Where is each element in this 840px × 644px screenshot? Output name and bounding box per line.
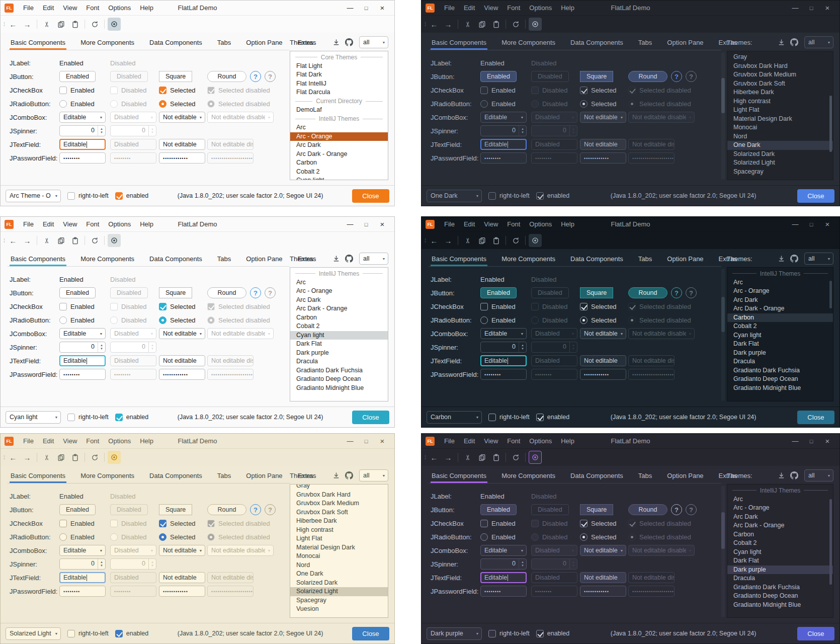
close-window-button[interactable]: × <box>374 434 390 449</box>
enabled-button[interactable]: Enabled <box>59 287 96 298</box>
tab-option-pane[interactable]: Option Pane <box>666 468 704 483</box>
maximize-button[interactable]: □ <box>803 217 819 232</box>
close-button[interactable]: Close <box>797 189 834 203</box>
github-link-button[interactable] <box>345 471 353 479</box>
theme-filter-combobox[interactable]: all▼ <box>359 36 388 48</box>
maximize-button[interactable]: □ <box>358 1 374 16</box>
theme-list-item[interactable]: Gradianto Dark Fuchsia <box>727 366 833 375</box>
theme-list-item[interactable]: Dark purple <box>727 566 833 575</box>
radio-selected[interactable]: Selected <box>159 316 196 324</box>
radio-enabled[interactable]: Enabled <box>480 316 516 324</box>
checkbox-enabled[interactable]: Enabled <box>59 520 95 527</box>
theme-list-item[interactable]: Hiberbee Dark <box>290 517 388 526</box>
theme-list-item[interactable]: High contrast <box>727 97 833 106</box>
download-theme-button[interactable] <box>332 255 340 263</box>
theme-list-item[interactable]: Light Flat <box>727 106 833 115</box>
inspect-toggle-button[interactable] <box>529 18 542 31</box>
back-button[interactable]: ← <box>7 18 20 31</box>
minimize-button[interactable]: — <box>787 434 803 449</box>
round-button[interactable]: Round <box>628 71 667 82</box>
theme-filter-combobox[interactable]: all▼ <box>359 469 388 481</box>
cut-button[interactable]: ✂ <box>40 234 53 247</box>
download-theme-button[interactable] <box>332 39 340 46</box>
theme-list-item[interactable]: Cobalt 2 <box>727 539 833 548</box>
theme-list-item[interactable]: Arc <box>727 495 833 504</box>
github-link-button[interactable] <box>790 471 798 479</box>
menu-item-edit[interactable]: Edit <box>459 1 479 16</box>
download-theme-button[interactable] <box>332 472 340 479</box>
theme-list-item[interactable]: Arc - Orange <box>290 132 388 141</box>
combobox-not-editable[interactable]: Not editable▼ <box>580 112 626 123</box>
tab-option-pane[interactable]: Option Pane <box>666 35 704 50</box>
spinner-down-icon[interactable]: ▼ <box>521 131 524 134</box>
close-window-button[interactable]: × <box>374 217 390 232</box>
square-button[interactable]: Square <box>159 287 192 298</box>
cut-button[interactable]: ✂ <box>40 451 53 464</box>
paste-button[interactable] <box>68 18 81 31</box>
tab-option-pane[interactable]: Option Pane <box>245 468 283 483</box>
theme-list-item[interactable]: Carbon <box>290 158 388 168</box>
passwordfield-not-editable[interactable]: •••••••••••• <box>159 152 205 164</box>
theme-list-item[interactable]: Gruvbox Dark Soft <box>727 79 833 89</box>
paste-button[interactable] <box>68 451 81 464</box>
checkbox-selected[interactable]: Selected <box>159 303 196 310</box>
maximize-button[interactable]: □ <box>358 217 374 232</box>
tab-tabs[interactable]: Tabs <box>637 468 653 483</box>
textfield-editable[interactable]: Editable <box>59 355 106 366</box>
theme-list-item[interactable]: Gradianto Dark Fuchsia <box>290 366 388 375</box>
theme-list-item[interactable]: Gradianto Midnight Blue <box>727 601 833 610</box>
theme-list-item[interactable]: Flat Dark <box>290 70 388 79</box>
scrollbar-thumb[interactable] <box>829 96 832 152</box>
right-to-left-checkbox[interactable]: right-to-left <box>488 192 530 200</box>
close-window-button[interactable]: × <box>819 1 835 16</box>
refresh-button[interactable] <box>509 234 522 247</box>
checkbox-selected[interactable]: Selected <box>580 520 617 527</box>
theme-list-item[interactable]: Cyan light <box>727 548 833 557</box>
radio-enabled[interactable]: Enabled <box>59 533 95 541</box>
theme-list-item[interactable]: Arc - Orange <box>727 287 833 296</box>
menu-item-options[interactable]: Options <box>104 1 135 16</box>
theme-filter-combobox[interactable]: all▼ <box>804 253 833 265</box>
help-button[interactable]: ? <box>250 504 261 515</box>
theme-list-item[interactable]: Gruvbox Dark Soft <box>290 508 388 517</box>
enabled-checkbox[interactable]: enabled <box>115 192 149 200</box>
menu-item-options[interactable]: Options <box>104 217 135 232</box>
textfield-editable[interactable]: Editable <box>480 139 527 150</box>
theme-list-item[interactable]: Dark purple <box>727 349 833 358</box>
textfield-not-editable[interactable]: Not editable <box>159 572 205 583</box>
tab-more-components[interactable]: More Components <box>79 251 135 266</box>
theme-list-item[interactable]: Dark purple <box>290 349 388 358</box>
forward-button[interactable]: → <box>442 234 455 247</box>
menu-item-file[interactable]: File <box>440 434 459 449</box>
square-button[interactable]: Square <box>159 71 192 82</box>
theme-list-item[interactable]: Dracula <box>290 357 388 366</box>
theme-list-item[interactable]: Carbon <box>727 530 833 539</box>
minimize-button[interactable]: — <box>342 434 358 449</box>
download-theme-button[interactable] <box>778 472 785 479</box>
passwordfield-editable[interactable]: •••••••• <box>480 586 527 597</box>
tab-option-pane[interactable]: Option Pane <box>245 251 283 266</box>
theme-list-item[interactable]: DemoLaf <box>290 106 388 115</box>
back-button[interactable]: ← <box>428 451 441 464</box>
theme-combobox[interactable]: Cyan light▼ <box>6 411 61 424</box>
tab-data-components[interactable]: Data Components <box>148 35 203 50</box>
right-to-left-checkbox[interactable]: right-to-left <box>488 630 530 637</box>
radio-enabled[interactable]: Enabled <box>59 316 95 324</box>
paste-button[interactable] <box>68 234 81 247</box>
theme-list-item[interactable]: One Dark <box>727 141 833 150</box>
radio-enabled[interactable]: Enabled <box>480 533 516 541</box>
back-button[interactable]: ← <box>428 234 441 247</box>
enabled-checkbox[interactable]: enabled <box>536 414 570 421</box>
textfield-editable[interactable]: Editable <box>59 572 106 583</box>
tab-data-components[interactable]: Data Components <box>569 468 624 483</box>
help-button-secondary[interactable]: ? <box>686 71 697 82</box>
menu-item-help[interactable]: Help <box>135 217 158 232</box>
paste-button[interactable] <box>489 234 502 247</box>
theme-list-item[interactable]: Arc Dark - Orange <box>290 150 388 159</box>
theme-list-item[interactable]: Gruvbox Dark Hard <box>727 62 833 71</box>
theme-list-item[interactable]: Spacegray <box>290 596 388 605</box>
copy-button[interactable] <box>475 234 488 247</box>
radio-selected[interactable]: Selected <box>580 316 617 324</box>
passwordfield-editable[interactable]: •••••••• <box>59 152 106 164</box>
inspect-toggle-button[interactable] <box>529 234 542 247</box>
